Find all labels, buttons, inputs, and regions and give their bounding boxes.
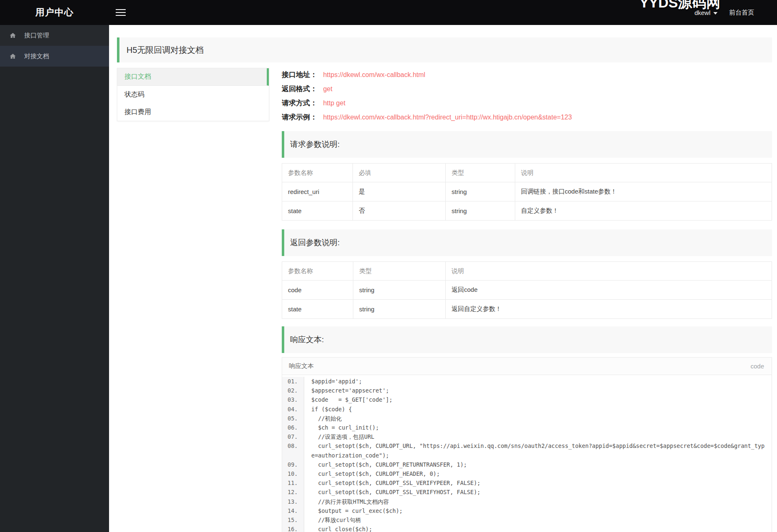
- sidebar-item-api-manage[interactable]: 接口管理: [0, 25, 109, 46]
- api-info: 接口地址： https://dkewl.com/wx-callback.html…: [282, 68, 772, 124]
- line-number: 08.: [282, 441, 304, 460]
- cell-required: 是: [353, 182, 446, 201]
- line-number: 13.: [282, 497, 304, 506]
- sidebar: 接口管理 对接文档: [0, 25, 109, 532]
- doc-menu-column: 接口文档 状态码 接口费用: [117, 68, 269, 121]
- code-text: $output = curl_exec($ch);: [304, 506, 772, 515]
- code-line: 07. //设置选项，包括URL: [282, 432, 772, 441]
- cell-param-name: state: [282, 300, 353, 319]
- api-url-value[interactable]: https://dkewl.com/wx-callback.html: [323, 71, 425, 78]
- code-line: 04.if ($code) {: [282, 405, 772, 414]
- topbar-right: dkewl 前台首页: [695, 9, 754, 17]
- doc-menu-item-label: 状态码: [124, 90, 144, 99]
- line-number: 09.: [282, 460, 304, 469]
- top-header: 用户中心 YYDS源码网 dkewl 前台首页: [0, 0, 777, 25]
- request-example-value[interactable]: https://dkewl.com/wx-callback.html?redir…: [323, 114, 572, 121]
- col-header: 类型: [446, 164, 515, 182]
- user-dropdown[interactable]: dkewl: [695, 9, 717, 16]
- home-icon: [10, 53, 16, 60]
- code-line: 09. curl_setopt($ch, CURLOPT_RETURNTRANS…: [282, 460, 772, 469]
- cell-param-name: code: [282, 281, 353, 300]
- code-line: 08. curl_setopt($ch, CURLOPT_URL, "https…: [282, 441, 772, 460]
- code-text: //设置选项，包括URL: [304, 432, 772, 441]
- code-line: 15. //释放curl句柄: [282, 515, 772, 525]
- cell-type: string: [446, 182, 515, 201]
- cell-required: 否: [353, 201, 446, 221]
- line-number: 14.: [282, 506, 304, 515]
- request-params-table: 参数名称 必填 类型 说明 redirect_uri 是 string 回调链接…: [282, 163, 772, 221]
- code-language-badge: code: [750, 363, 764, 370]
- line-number: 01.: [282, 377, 304, 386]
- code-text: curl_setopt($ch, CURLOPT_SSL_VERIFYHOST,…: [304, 487, 772, 497]
- sidebar-item-label: 接口管理: [24, 32, 49, 40]
- app-title: 用户中心: [0, 0, 109, 25]
- col-header: 说明: [446, 262, 772, 281]
- code-text: if ($code) {: [304, 405, 772, 414]
- table-row: redirect_uri 是 string 回调链接，接口code和state参…: [282, 182, 772, 201]
- cell-description: 回调链接，接口code和state参数！: [515, 182, 772, 201]
- sidebar-item-doc[interactable]: 对接文档: [0, 46, 109, 67]
- code-line: 02.$appsecret='appsecret';: [282, 386, 772, 395]
- doc-menu-item-status-codes[interactable]: 状态码: [117, 86, 269, 103]
- line-number: 06.: [282, 423, 304, 432]
- menu-toggle-icon[interactable]: [116, 8, 127, 17]
- line-number: 16.: [282, 525, 304, 532]
- doc-menu-item-api-doc[interactable]: 接口文档: [117, 68, 269, 86]
- code-line: 11. curl_setopt($ch, CURLOPT_SSL_VERIFYP…: [282, 478, 772, 487]
- code-text: $code = $_GET['code'];: [304, 395, 772, 404]
- api-url-line: 接口地址： https://dkewl.com/wx-callback.html: [282, 68, 772, 82]
- code-line: 03.$code = $_GET['code'];: [282, 395, 772, 404]
- code-text: curl_setopt($ch, CURLOPT_SSL_VERIFYPEER,…: [304, 478, 772, 487]
- col-header: 参数名称: [282, 262, 353, 281]
- app-root: 用户中心 YYDS源码网 dkewl 前台首页 接口管理 对接文档: [0, 0, 777, 532]
- code-line: 16. curl_close($ch);: [282, 525, 772, 532]
- cell-description: 返回自定义参数！: [446, 300, 772, 319]
- request-example-line: 请求示例： https://dkewl.com/wx-callback.html…: [282, 110, 772, 124]
- line-number: 07.: [282, 432, 304, 441]
- code-card: 响应文本 code 01.$appid='appid'; 02.$appsecr…: [282, 357, 772, 532]
- code-line: 14. $output = curl_exec($ch);: [282, 506, 772, 515]
- line-number: 04.: [282, 405, 304, 414]
- table-row: state 否 string 自定义参数！: [282, 201, 772, 221]
- line-number: 15.: [282, 515, 304, 525]
- section-response-text: 响应文本:: [282, 326, 772, 353]
- doc-menu: 接口文档 状态码 接口费用: [117, 68, 269, 121]
- code-body: 01.$appid='appid'; 02.$appsecret='appsec…: [282, 375, 772, 532]
- return-format-line: 返回格式： get: [282, 82, 772, 96]
- cell-param-name: state: [282, 201, 353, 221]
- code-text: //初始化: [304, 414, 772, 423]
- code-card-header: 响应文本 code: [282, 358, 772, 375]
- request-method-value: http get: [323, 99, 345, 107]
- code-line: 06. $ch = curl_init();: [282, 423, 772, 432]
- line-number: 03.: [282, 395, 304, 404]
- line-number: 02.: [282, 386, 304, 395]
- code-line: 05. //初始化: [282, 414, 772, 423]
- code-line: 10. curl_setopt($ch, CURLOPT_HEADER, 0);: [282, 469, 772, 478]
- line-number: 12.: [282, 487, 304, 497]
- return-format-value: get: [323, 85, 332, 92]
- sidebar-item-label: 对接文档: [24, 52, 49, 60]
- code-card-title: 响应文本: [289, 362, 314, 370]
- home-icon: [10, 32, 16, 39]
- doc-menu-item-api-fees[interactable]: 接口费用: [117, 103, 269, 121]
- code-text: $ch = curl_init();: [304, 423, 772, 432]
- col-header: 参数名称: [282, 164, 353, 182]
- chevron-down-icon: [713, 12, 717, 15]
- table-row: code string 返回code: [282, 281, 772, 300]
- code-text: curl_setopt($ch, CURLOPT_URL, "https://a…: [304, 441, 772, 460]
- col-header: 必填: [353, 164, 446, 182]
- doc-detail-column: 接口地址： https://dkewl.com/wx-callback.html…: [282, 68, 772, 532]
- code-line: 12. curl_setopt($ch, CURLOPT_SSL_VERIFYH…: [282, 487, 772, 497]
- code-text: //执行并获取HTML文档内容: [304, 497, 772, 506]
- code-line: 13. //执行并获取HTML文档内容: [282, 497, 772, 506]
- request-method-line: 请求方式： http get: [282, 96, 772, 110]
- front-home-link[interactable]: 前台首页: [729, 9, 754, 17]
- code-text: curl_setopt($ch, CURLOPT_HEADER, 0);: [304, 469, 772, 478]
- code-text: curl_close($ch);: [304, 525, 772, 532]
- doc-menu-item-label: 接口文档: [124, 72, 151, 81]
- return-format-label: 返回格式：: [282, 85, 317, 93]
- cell-param-name: redirect_uri: [282, 182, 353, 201]
- code-line: 01.$appid='appid';: [282, 377, 772, 386]
- col-header: 类型: [353, 262, 446, 281]
- section-response-params: 返回参数说明:: [282, 229, 772, 256]
